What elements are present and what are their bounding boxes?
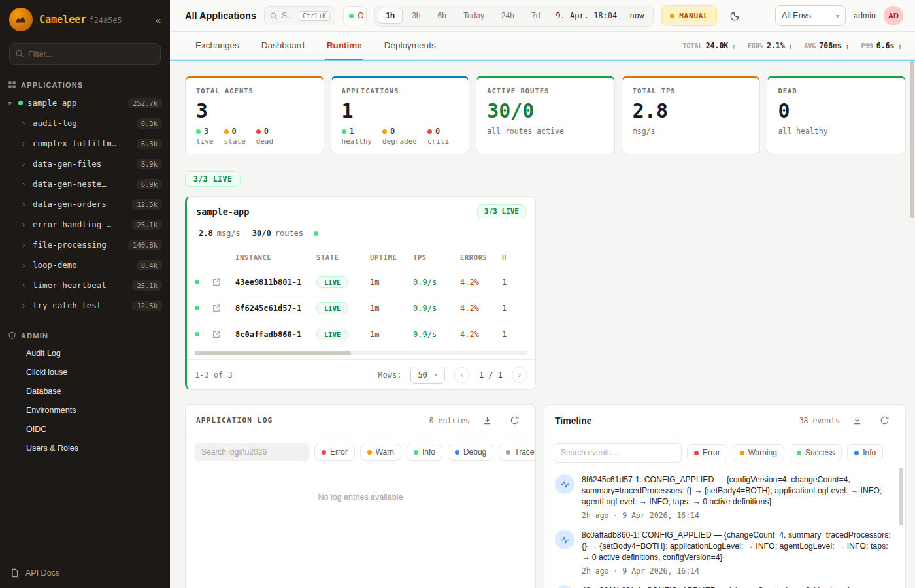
- avatar[interactable]: AD: [884, 6, 903, 25]
- range-today[interactable]: Today: [456, 8, 492, 24]
- timeline-search-input[interactable]: [554, 443, 682, 463]
- download-icon: [482, 416, 492, 425]
- sidebar-item-error-handling[interactable]: error-handling-…25.1k: [0, 214, 170, 235]
- sidebar-filter-input[interactable]: [9, 43, 161, 65]
- table-row[interactable]: 8f6245c61d57-1 LIVE 1m 0.9/s 4.2% 1: [187, 295, 535, 321]
- api-docs-link[interactable]: API Docs: [0, 557, 170, 588]
- sidebar-item-users-roles[interactable]: Users & Roles: [0, 438, 170, 457]
- log-filter-debug[interactable]: Debug: [448, 444, 493, 461]
- row-range-label: 1-3 of 3: [195, 370, 233, 380]
- timeline-filter-success[interactable]: Success: [790, 444, 842, 461]
- sidebar-item-database[interactable]: Database: [0, 382, 170, 400]
- environment-select[interactable]: All Envs: [775, 5, 846, 26]
- sidebar-item-complex-fulfillment[interactable]: complex-fulfillm…6.3k: [0, 133, 170, 154]
- tab-deployments[interactable]: Deployments: [383, 32, 437, 60]
- online-status-chip[interactable]: O: [343, 6, 367, 25]
- scrollbar-thumb[interactable]: [195, 351, 351, 355]
- live-filter-badge[interactable]: 3/3 LIVE: [185, 171, 241, 187]
- range-7d[interactable]: 7d: [524, 8, 548, 24]
- chevron-right-icon: [22, 301, 33, 310]
- tab-runtime[interactable]: Runtime: [325, 32, 363, 60]
- sidebar-item-data-gen-orders[interactable]: data-gen-orders12.5k: [0, 194, 170, 214]
- chevron-right-icon: [22, 139, 33, 148]
- refresh-button[interactable]: [874, 410, 895, 431]
- pulse-icon: [555, 530, 574, 549]
- log-search-input[interactable]: [195, 443, 309, 461]
- applications-section-header: APPLICATIONS: [0, 74, 170, 93]
- chevron-right-icon: [22, 280, 33, 290]
- log-filter-warn[interactable]: Warn: [360, 444, 401, 461]
- timeline-filter-warning[interactable]: Warning: [733, 444, 784, 461]
- search-icon: [269, 12, 278, 20]
- download-button[interactable]: [846, 410, 867, 431]
- sidebar-item-oidc[interactable]: OIDC: [0, 419, 170, 438]
- log-filter-trace[interactable]: Trace: [499, 444, 536, 461]
- admin-section-header: ADMIN: [0, 325, 170, 344]
- app-card-sample-app: sample-app 3/3 LIVE 2.8msg/s 30/0routes …: [185, 196, 536, 390]
- table-footer: 1-3 of 3 Rows: 50 ‹ 1 / 1 ›: [187, 359, 535, 389]
- global-search[interactable]: S… Ctrl+K: [264, 6, 335, 25]
- tab-dashboard[interactable]: Dashboard: [260, 32, 306, 60]
- log-filter-error[interactable]: Error: [314, 444, 355, 461]
- sidebar-item-environments[interactable]: Environments: [0, 400, 170, 419]
- sidebar-collapse-button[interactable]: «: [156, 14, 161, 25]
- download-button[interactable]: [476, 410, 497, 431]
- main-area: All Applications S… Ctrl+K O 1h 3h 6h To…: [170, 0, 915, 588]
- app-meta: 2.8msg/s 30/0routes: [187, 226, 535, 246]
- chevron-right-icon: [22, 179, 33, 189]
- app-live-badge: 3/3 LIVE: [477, 204, 526, 218]
- sidebar-item-loop-demo[interactable]: loop-demo8.4k: [0, 255, 170, 275]
- timeline-filter-info[interactable]: Info: [847, 444, 883, 461]
- tab-exchanges[interactable]: Exchanges: [194, 32, 241, 60]
- table-row[interactable]: 43ee9811b801-1 LIVE 1m 0.9/s 4.2% 1: [187, 269, 535, 295]
- sidebar-item-try-catch-test[interactable]: try-catch-test12.5k: [0, 295, 170, 316]
- sidebar-item-sample-app[interactable]: sample app 252.7k: [0, 93, 170, 113]
- table-row[interactable]: 8c0affadb860-1 LIVE 1m 0.9/s 4.2% 1: [187, 321, 535, 347]
- range-24h[interactable]: 24h: [493, 8, 522, 24]
- sidebar-item-clickhouse[interactable]: ClickHouse: [0, 363, 170, 382]
- refresh-mode-button[interactable]: MANUAL: [661, 5, 717, 26]
- external-link-icon[interactable]: [212, 304, 235, 313]
- trend-up-icon: [897, 41, 902, 51]
- sidebar-item-data-gen-files[interactable]: data-gen-files8.9k: [0, 154, 170, 174]
- timeline-scrollbar[interactable]: [899, 468, 903, 525]
- sidebar-item-data-gen-nested[interactable]: data-gen-neste…6.9k: [0, 174, 170, 194]
- timeline-filter-error[interactable]: Error: [687, 444, 727, 461]
- breakdown-stale: 0stale: [224, 127, 246, 146]
- next-page-button[interactable]: ›: [512, 367, 527, 383]
- scrollbar-thumb[interactable]: [910, 61, 914, 218]
- range-1h[interactable]: 1h: [378, 8, 403, 24]
- list-item[interactable]: 8f6245c61d57-1: CONFIG_APPLIED — {config…: [555, 474, 893, 520]
- download-icon: [852, 416, 862, 425]
- page-scrollbar[interactable]: [910, 61, 914, 587]
- external-link-icon[interactable]: [212, 330, 235, 339]
- rows-per-page-select[interactable]: 50: [410, 367, 444, 384]
- sidebar-item-audit-log-admin[interactable]: Audit Log: [0, 344, 170, 363]
- range-3h[interactable]: 3h: [404, 8, 428, 24]
- metric-total: TOTAL24.0K: [683, 41, 736, 51]
- range-6h[interactable]: 6h: [430, 8, 454, 24]
- moon-icon: [730, 10, 740, 21]
- list-item[interactable]: 43ee9811b801-1: CONFIG_APPLIED — {change…: [555, 585, 893, 588]
- chevron-right-icon: [22, 260, 33, 270]
- breakdown-degraded: 0degraded: [382, 127, 417, 146]
- list-item[interactable]: 8c0affadb860-1: CONFIG_APPLIED — {change…: [555, 530, 893, 576]
- horizontal-scrollbar[interactable]: [195, 351, 527, 355]
- sidebar-item-audit-log[interactable]: audit-log6.3k: [0, 113, 170, 133]
- dark-mode-toggle[interactable]: [725, 5, 746, 26]
- prev-page-button[interactable]: ‹: [454, 367, 470, 383]
- top-bar: All Applications S… Ctrl+K O 1h 3h 6h To…: [170, 0, 915, 32]
- refresh-button[interactable]: [504, 410, 525, 431]
- date-range-display[interactable]: 9. Apr. 18:04 — now: [549, 11, 650, 20]
- online-dot: [349, 14, 354, 18]
- sidebar-filter: [9, 43, 161, 65]
- applications-icon: [8, 80, 16, 89]
- external-link-icon[interactable]: [212, 278, 235, 287]
- tab-bar: Exchanges Dashboard Runtime Deployments …: [170, 32, 915, 60]
- sidebar-item-timer-heartbeat[interactable]: timer-heartbeat25.1k: [0, 275, 170, 295]
- sidebar-item-file-processing[interactable]: file-processing140.8k: [0, 235, 170, 255]
- instances-table-header: INSTANCE STATE UPTIME TPS ERRORS H: [187, 246, 535, 269]
- keyboard-shortcut-badge: Ctrl+K: [299, 11, 330, 21]
- page-indicator: 1 / 1: [479, 370, 503, 380]
- log-filter-info[interactable]: Info: [407, 444, 442, 461]
